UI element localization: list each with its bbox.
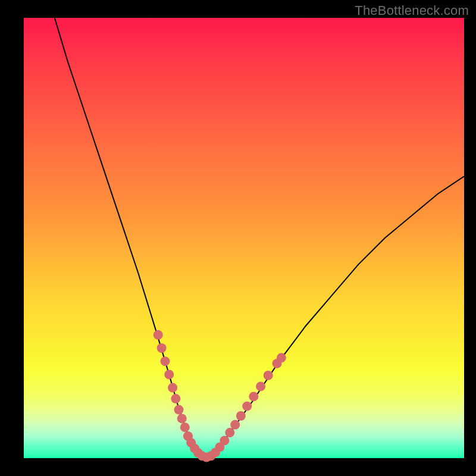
watermark-text: TheBottleneck.com	[355, 3, 469, 18]
marker-point	[161, 356, 170, 366]
chart-svg	[24, 18, 464, 458]
marker-point	[256, 381, 265, 391]
marker-point	[164, 369, 174, 379]
marker-group	[154, 330, 286, 462]
marker-point	[277, 353, 286, 362]
marker-point	[157, 343, 167, 353]
marker-point	[236, 411, 246, 421]
marker-point	[154, 330, 163, 340]
chart-plot-area	[24, 18, 464, 458]
marker-point	[171, 394, 180, 403]
marker-point	[230, 420, 240, 430]
marker-point	[174, 405, 184, 415]
bottleneck-curve-line	[55, 18, 464, 458]
marker-point	[220, 436, 229, 445]
marker-point	[249, 392, 258, 401]
marker-point	[225, 428, 234, 437]
marker-point	[177, 414, 187, 423]
marker-point	[168, 383, 177, 393]
marker-point	[264, 371, 273, 380]
marker-point	[180, 422, 190, 432]
marker-point	[242, 402, 252, 411]
